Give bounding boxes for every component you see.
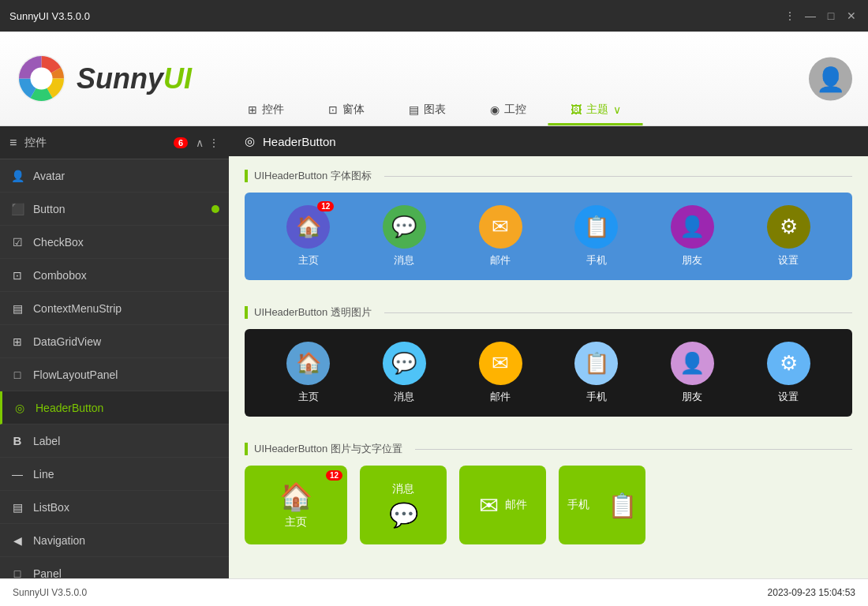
friend-icon-circle: 👤 xyxy=(671,205,714,249)
header-btn-home-2[interactable]: 🏠 主页 xyxy=(286,342,330,404)
imgbtn-email[interactable]: ✉ 邮件 xyxy=(459,466,546,544)
user-avatar[interactable]: 👤 xyxy=(809,57,852,100)
nav-item-windows[interactable]: ⊡ 窗体 xyxy=(306,96,387,125)
header-btn-message[interactable]: 💬 消息 xyxy=(383,205,426,267)
header-btn-phone[interactable]: 📋 手机 xyxy=(574,205,618,267)
sidebar-item-contextmenu[interactable]: ▤ ContextMenuStrip xyxy=(0,292,229,325)
email2-icon-circle: ✉ xyxy=(479,342,522,385)
sidebar: ≡ 控件 6 ∧ ⋮ 👤 Avatar ⬛ Button ☑ CheckBox xyxy=(0,126,229,578)
navigation-sidebar-icon: ◀ xyxy=(9,534,25,547)
email3-label: 邮件 xyxy=(505,498,527,512)
header-btn-email-2[interactable]: ✉ 邮件 xyxy=(479,342,522,404)
imgbtn-home[interactable]: 12 🏠 主页 xyxy=(245,466,347,544)
email-icon: ✉ xyxy=(492,215,509,239)
friend2-label: 朋友 xyxy=(682,390,702,404)
sidebar-item-datagridview[interactable]: ⊞ DataGridView xyxy=(0,325,229,358)
home3-label: 主页 xyxy=(285,515,307,529)
nav-item-charts[interactable]: ▤ 图表 xyxy=(387,96,468,125)
email-icon-circle: ✉ xyxy=(479,205,522,249)
section1-title: UIHeaderButton 字体图标 xyxy=(245,169,852,183)
header-btn-friend[interactable]: 👤 朋友 xyxy=(671,205,714,267)
statusbar-right: 2023-09-23 15:04:53 xyxy=(768,587,855,598)
nav-label-theme: 主题 xyxy=(586,103,608,117)
sidebar-controls: ∧ ⋮ xyxy=(196,137,219,149)
control-icon: ◉ xyxy=(490,103,499,116)
minimize-button[interactable]: — xyxy=(803,9,817,23)
content-header-icon: ◎ xyxy=(245,134,255,148)
imgbtn-phone[interactable]: 手机 📋 xyxy=(559,466,645,544)
section3-title: UIHeaderButton 图片与文字位置 xyxy=(245,442,852,456)
header-btn-message-2[interactable]: 💬 消息 xyxy=(383,342,426,404)
close-button[interactable]: ✕ xyxy=(844,9,859,23)
sidebar-item-headerbutton[interactable]: ◎ HeaderButton xyxy=(0,391,229,425)
sidebar-item-label[interactable]: B Label xyxy=(0,425,229,458)
theme-chevron-icon: ∨ xyxy=(613,103,621,116)
sidebar-title: 控件 xyxy=(24,136,166,150)
sidebar-item-button[interactable]: ⬛ Button xyxy=(0,193,229,226)
header-btn-home[interactable]: 🏠 12 主页 xyxy=(286,205,330,267)
sidebar-item-navigation[interactable]: ◀ Navigation xyxy=(0,524,229,557)
email-label: 邮件 xyxy=(490,253,511,267)
message3-label: 消息 xyxy=(392,482,414,496)
headerbutton-sidebar-icon: ◎ xyxy=(12,402,28,414)
sidebar-item-label: Navigation xyxy=(33,534,85,547)
sidebar-item-checkbox[interactable]: ☑ CheckBox xyxy=(0,226,229,259)
panel-sidebar-icon: □ xyxy=(9,567,25,579)
header-btn-email[interactable]: ✉ 邮件 xyxy=(479,205,522,267)
email2-label: 邮件 xyxy=(490,390,511,404)
checkbox-sidebar-icon: ☑ xyxy=(9,236,25,249)
logo-text-ui: UI xyxy=(163,62,192,95)
titlebar-controls: ⋮ — □ ✕ xyxy=(783,9,859,23)
header-btn-friend-2[interactable]: 👤 朋友 xyxy=(671,342,714,404)
sidebar-item-label: Panel xyxy=(33,567,62,579)
message-label: 消息 xyxy=(394,253,414,267)
nav-label-control: 工控 xyxy=(504,103,526,117)
pin-button[interactable]: ⋮ xyxy=(783,9,797,23)
datagrid-sidebar-icon: ⊞ xyxy=(9,335,25,348)
sidebar-item-combobox[interactable]: ⊡ Combobox xyxy=(0,259,229,292)
content-header-title: HeaderButton xyxy=(263,135,336,148)
nav-item-control[interactable]: ◉ 工控 xyxy=(468,96,548,125)
header-nav: ⊞ 控件 ⊡ 窗体 ▤ 图表 ◉ 工控 🖼 主题 ∨ xyxy=(226,96,643,125)
settings2-icon: ⚙ xyxy=(780,351,798,376)
chart-icon: ▤ xyxy=(409,103,419,116)
grid-icon: ⊞ xyxy=(248,103,257,116)
imgbtn-message[interactable]: 消息 💬 xyxy=(360,466,447,544)
settings2-icon-circle: ⚙ xyxy=(767,342,810,385)
message-icon: 💬 xyxy=(391,215,417,239)
settings-icon-circle: ⚙ xyxy=(767,205,810,249)
phone2-label: 手机 xyxy=(586,390,607,404)
sidebar-scroll-icon[interactable]: ⋮ xyxy=(208,137,219,149)
home-icon: 🏠 xyxy=(296,215,321,239)
section-transparent-img: UIHeaderButton 透明图片 🏠 主页 💬 消息 xyxy=(229,293,868,429)
phone-icon: 📋 xyxy=(584,215,609,239)
combobox-sidebar-icon: ⊡ xyxy=(9,269,25,282)
header-btn-phone-2[interactable]: 📋 手机 xyxy=(574,342,618,404)
maximize-button[interactable]: □ xyxy=(824,9,838,23)
friend-label: 朋友 xyxy=(682,253,702,267)
phone3-label: 手机 xyxy=(567,498,589,512)
sidebar-item-text: Label xyxy=(33,435,60,447)
header-btn-settings-2[interactable]: ⚙ 设置 xyxy=(767,342,810,404)
nav-item-controls[interactable]: ⊞ 控件 xyxy=(226,96,306,125)
nav-label-windows: 窗体 xyxy=(342,103,365,117)
sidebar-item-flowlayout[interactable]: □ FlowLayoutPanel xyxy=(0,358,229,391)
listbox-sidebar-icon: ▤ xyxy=(9,501,25,514)
sidebar-up-icon[interactable]: ∧ xyxy=(196,137,204,149)
home-icon-circle: 🏠 12 xyxy=(286,205,330,249)
sidebar-list: 👤 Avatar ⬛ Button ☑ CheckBox ⊡ Combobox … xyxy=(0,159,229,578)
nav-item-theme[interactable]: 🖼 主题 ∨ xyxy=(548,96,643,125)
sidebar-badge: 6 xyxy=(174,137,188,148)
section3-btn-row: 12 🏠 主页 消息 💬 ✉ 邮件 手机 📋 xyxy=(245,466,852,544)
header-btn-settings[interactable]: ⚙ 设置 xyxy=(767,205,810,267)
sidebar-item-label: ContextMenuStrip xyxy=(33,302,122,315)
sidebar-item-avatar[interactable]: 👤 Avatar xyxy=(0,159,229,193)
sidebar-item-listbox[interactable]: ▤ ListBox xyxy=(0,491,229,524)
content-area: ◎ HeaderButton UIHeaderButton 字体图标 🏠 12 … xyxy=(229,126,868,578)
sidebar-item-panel[interactable]: □ Panel xyxy=(0,557,229,578)
sidebar-item-label: HeaderButton xyxy=(36,402,103,414)
line-sidebar-icon: — xyxy=(9,468,25,481)
sidebar-item-line[interactable]: — Line xyxy=(0,458,229,491)
titlebar-title: SunnyUI V3.5.0.0 xyxy=(9,10,783,22)
sidebar-menu-icon: ≡ xyxy=(9,136,17,150)
